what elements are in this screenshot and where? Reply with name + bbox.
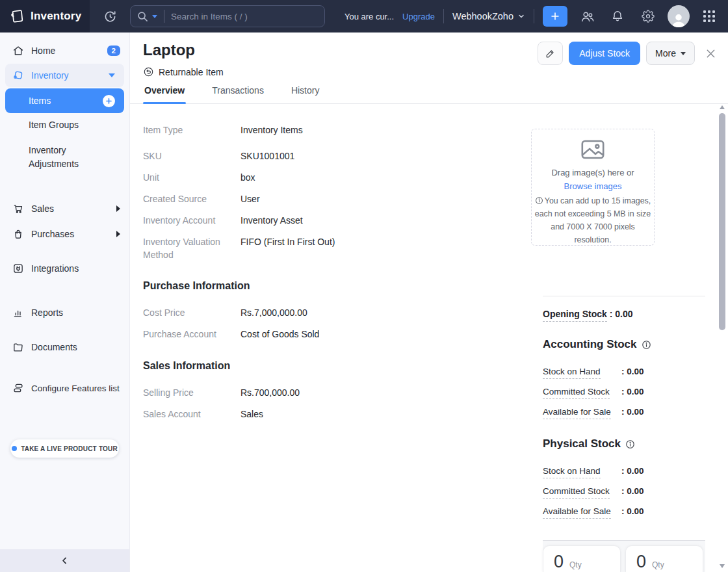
- qty-card: 0 Qty: [625, 545, 703, 572]
- detail-value: Cost of Goods Sold: [240, 328, 319, 341]
- stock-row: Available for Sale : 0.00: [543, 407, 705, 419]
- image-note: You can add up to 15 images, each not ex…: [532, 194, 654, 246]
- sidebar-item-sales[interactable]: Sales: [0, 197, 129, 220]
- folder-icon: [12, 341, 24, 353]
- scroll-down-arrow-icon[interactable]: [720, 564, 725, 568]
- stock-row-label[interactable]: Committed Stock: [543, 486, 610, 499]
- qty-value: 0: [554, 552, 564, 572]
- tour-dot-icon: [12, 446, 17, 451]
- detail-label: Cost Price: [143, 306, 240, 319]
- recent-history-icon[interactable]: [99, 5, 121, 27]
- upgrade-link[interactable]: Upgrade: [402, 12, 435, 21]
- detail-value: box: [240, 171, 255, 184]
- detail-label: Purchase Account: [143, 328, 240, 341]
- add-item-icon[interactable]: [103, 95, 115, 107]
- users-icon[interactable]: [576, 5, 598, 27]
- detail-row: Unit box: [143, 171, 422, 184]
- avatar[interactable]: [668, 5, 690, 27]
- browse-images-link[interactable]: Browse images: [532, 179, 654, 193]
- app-brand[interactable]: Inventory: [0, 0, 90, 32]
- image-dropzone[interactable]: Drag image(s) here or Browse images You …: [531, 129, 655, 246]
- info-icon: [535, 196, 543, 205]
- image-note-text: You can add up to 15 images, each not ex…: [535, 196, 651, 244]
- opening-stock-value: : 0.00: [607, 309, 633, 319]
- detail-row: Selling Price Rs.700,000.00: [143, 386, 422, 399]
- tab-overview[interactable]: Overview: [143, 83, 186, 103]
- stock-row-label[interactable]: Stock on Hand: [543, 466, 601, 478]
- page-title: Laptop: [143, 41, 195, 59]
- purchase-info-title: Purchase Information: [143, 280, 422, 292]
- drag-text: Drag image(s) here or: [532, 166, 654, 179]
- detail-row: Item Type Inventory Items: [143, 124, 422, 136]
- tour-label: TAKE A LIVE PRODUCT TOUR: [21, 445, 118, 452]
- detail-label: Unit: [143, 171, 240, 184]
- search-input[interactable]: [171, 12, 318, 21]
- sidebar-collapse-button[interactable]: [0, 549, 129, 572]
- sidebar-item-home[interactable]: Home 2: [0, 39, 129, 62]
- opening-stock-label[interactable]: Opening Stock: [543, 309, 607, 322]
- stock-row-label[interactable]: Available for Sale: [543, 407, 611, 419]
- sidebar-item-documents[interactable]: Documents: [0, 335, 129, 359]
- search-scope-chevron-down-icon[interactable]: [152, 15, 157, 18]
- opening-stock: Opening Stock : 0.00: [543, 309, 705, 319]
- detail-label: SKU: [143, 150, 240, 162]
- sidebar-item-item-groups[interactable]: Item Groups: [0, 114, 129, 136]
- close-icon[interactable]: [705, 47, 717, 60]
- qty-value: 0: [636, 552, 646, 572]
- tab-history[interactable]: History: [290, 83, 321, 103]
- detail-label: Item Type: [143, 124, 240, 136]
- bell-icon[interactable]: [606, 5, 629, 27]
- sidebar-item-integrations[interactable]: Integrations: [0, 257, 129, 280]
- scrollbar-thumb[interactable]: [719, 113, 725, 330]
- apps-grid-icon[interactable]: [698, 5, 720, 27]
- sidebar-item-inventory-adjustments[interactable]: Inventory Adjustments: [0, 140, 110, 175]
- scroll-up-arrow-icon[interactable]: [720, 105, 725, 109]
- home-icon: [12, 45, 24, 57]
- sidebar-item-purchases[interactable]: Purchases: [0, 222, 129, 246]
- sidebar-item-label: Documents: [31, 342, 77, 352]
- more-button[interactable]: More: [646, 42, 695, 65]
- adjust-stock-button[interactable]: Adjust Stock: [569, 42, 640, 65]
- qty-unit: Qty: [569, 560, 582, 569]
- info-icon[interactable]: [642, 340, 651, 350]
- qty-strip: 0 Qty 0 Qty: [543, 541, 705, 572]
- stock-row-label[interactable]: Committed Stock: [543, 387, 610, 399]
- stock-row-label[interactable]: Available for Sale: [543, 506, 611, 519]
- info-icon[interactable]: [625, 439, 635, 449]
- detail-label: Created Source: [143, 192, 240, 205]
- sidebar-item-items[interactable]: Items: [5, 88, 124, 113]
- detail-row: Created Source User: [143, 192, 422, 205]
- quick-create-button[interactable]: [543, 6, 567, 27]
- vertical-scrollbar[interactable]: [717, 104, 727, 572]
- org-switcher[interactable]: WebhookZoho: [452, 11, 525, 21]
- search-divider: [164, 10, 164, 23]
- search-icon: [137, 11, 148, 22]
- nav-divider: [443, 9, 444, 23]
- stock-row: Available for Sale : 0.00: [543, 506, 705, 518]
- returnable-label: Returnable Item: [159, 67, 224, 77]
- sidebar-item-reports[interactable]: Reports: [0, 301, 129, 324]
- stock-row-label[interactable]: Stock on Hand: [543, 367, 601, 379]
- gear-icon[interactable]: [637, 5, 659, 27]
- tab-transactions[interactable]: Transactions: [211, 83, 265, 103]
- sidebar-item-label: Sales: [31, 203, 54, 214]
- physical-stock-title: Physical Stock: [543, 437, 621, 450]
- sidebar-item-inventory[interactable]: Inventory: [5, 64, 124, 87]
- edit-item-button[interactable]: [538, 42, 563, 65]
- inventory-icon: [12, 70, 24, 81]
- global-search[interactable]: [130, 5, 325, 27]
- sidebar-item-label: Configure Features list: [31, 384, 120, 393]
- sidebar-item-label: Inventory Adjustments: [29, 144, 101, 171]
- sidebar-item-configure-features[interactable]: Configure Features list: [0, 376, 129, 400]
- returnable-icon: [143, 66, 154, 77]
- reports-icon: [12, 307, 24, 318]
- detail-row: Cost Price Rs.7,000,000.00: [143, 306, 422, 319]
- accounting-stock-title: Accounting Stock: [543, 338, 637, 351]
- sidebar-item-label: Reports: [31, 307, 63, 318]
- trial-status-text: You are cur...: [344, 12, 394, 21]
- detail-value: FIFO (First In First Out): [240, 235, 335, 261]
- detail-row: Inventory Valuation Method FIFO (First I…: [143, 235, 422, 261]
- sidebar-item-label: Item Groups: [29, 118, 79, 132]
- product-tour-button[interactable]: TAKE A LIVE PRODUCT TOUR: [10, 439, 119, 458]
- chevron-right-icon: [116, 231, 120, 237]
